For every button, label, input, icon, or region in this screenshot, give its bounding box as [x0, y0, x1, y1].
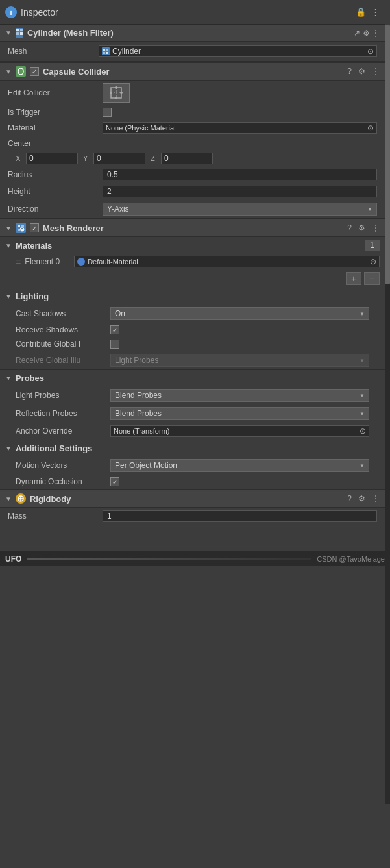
rigidbody-help-icon[interactable]: ?: [347, 494, 352, 503]
center-xyz-row: X Y Z: [0, 151, 385, 166]
rigidbody-chevron[interactable]: ▼: [5, 495, 12, 502]
material-target-icon[interactable]: ⊙: [367, 123, 374, 132]
svg-point-12: [115, 86, 117, 89]
mesh-icon: [102, 47, 110, 55]
meshfilter-settings-icon[interactable]: ⚙: [363, 29, 370, 38]
motion-vectors-dropdown[interactable]: Per Object Motion ▼: [110, 459, 369, 472]
add-material-button[interactable]: +: [346, 272, 361, 285]
svg-rect-6: [103, 52, 105, 54]
mesh-renderer-header: ▼ Mesh Renderer ? ⚙ ⋮: [0, 219, 385, 237]
y-label: Y: [83, 155, 91, 162]
mesh-value-field[interactable]: Cylinder ⊙: [99, 45, 377, 57]
is-trigger-checkbox[interactable]: [103, 108, 112, 117]
motion-vectors-arrow-icon: ▼: [360, 463, 365, 469]
capsule-help-icon[interactable]: ?: [347, 67, 352, 76]
lighting-chevron: ▼: [5, 293, 12, 300]
edit-collider-button[interactable]: [103, 83, 130, 103]
meshrenderer-menu-icon[interactable]: ⋮: [372, 223, 380, 232]
meshfilter-more-icon[interactable]: ↗: [354, 29, 360, 38]
is-trigger-row: Is Trigger: [0, 105, 385, 119]
materials-section-header[interactable]: ▼ Materials 1: [0, 237, 385, 254]
mesh-value-text: Cylinder: [112, 47, 365, 56]
contribute-gi-checkbox[interactable]: [110, 340, 119, 349]
reflection-probes-arrow-icon: ▼: [360, 411, 365, 417]
center-y-input[interactable]: [93, 153, 145, 164]
height-input[interactable]: [103, 186, 377, 197]
rigidbody-actions: ? ⚙ ⋮: [347, 494, 380, 503]
capsule-enabled-checkbox[interactable]: [30, 67, 39, 76]
reflection-probes-dropdown[interactable]: Blend Probes ▼: [110, 407, 369, 420]
meshrenderer-label: Mesh Renderer: [43, 223, 343, 233]
mesh-target-icon[interactable]: ⊙: [367, 47, 374, 56]
material-value: None (Physic Material: [106, 124, 365, 132]
scrollbar[interactable]: [385, 25, 390, 804]
rigidbody-menu-icon[interactable]: ⋮: [372, 494, 380, 503]
lighting-section-header[interactable]: ▼ Lighting: [0, 288, 385, 304]
inspector-panel: i Inspector 🔒 ⋮ ▼ Cylinder (Mesh Filter)…: [0, 0, 390, 566]
remove-material-button[interactable]: −: [364, 272, 380, 285]
center-label-row: Center: [0, 136, 385, 151]
mass-label: Mass: [8, 512, 99, 521]
height-row: Height: [0, 183, 385, 200]
mesh-field-row: Mesh Cylinder ⊙: [0, 42, 385, 62]
dynamic-occlusion-checkbox[interactable]: [110, 477, 119, 486]
direction-row: Direction Y-Axis ▼: [0, 200, 385, 218]
meshrenderer-help-icon[interactable]: ?: [347, 223, 352, 232]
cast-shadows-label: Cast Shadows: [16, 309, 106, 318]
direction-dropdown[interactable]: Y-Axis ▼: [103, 203, 377, 216]
capsule-chevron[interactable]: ▼: [5, 68, 12, 75]
center-z-input[interactable]: [161, 153, 213, 164]
capsule-menu-icon[interactable]: ⋮: [372, 67, 380, 76]
materials-title: Materials: [16, 241, 361, 251]
svg-point-13: [115, 97, 117, 99]
cast-shadows-dropdown[interactable]: On ▼: [110, 307, 369, 320]
receive-gi-value: Light Probes: [115, 356, 158, 365]
probes-chevron: ▼: [5, 375, 12, 382]
light-probes-dropdown[interactable]: Blend Probes ▼: [110, 389, 369, 402]
svg-point-15: [120, 92, 123, 94]
rigidbody-settings-icon[interactable]: ⚙: [358, 494, 365, 503]
anchor-override-target-icon[interactable]: ⊙: [360, 427, 366, 436]
probes-section-header[interactable]: ▼ Probes: [0, 370, 385, 386]
header-icons: 🔒 ⋮: [356, 7, 380, 17]
receive-shadows-row: Receive Shadows: [0, 323, 385, 337]
z-label: Z: [151, 155, 158, 162]
info-icon: i: [5, 6, 17, 18]
center-x-input[interactable]: [26, 153, 78, 164]
material-field[interactable]: None (Physic Material ⊙: [103, 122, 377, 134]
anchor-override-field[interactable]: None (Transform) ⊙: [110, 425, 369, 437]
additional-settings-header[interactable]: ▼ Additional Settings: [0, 440, 385, 456]
receive-gi-row: Receive Global Illu Light Probes ▼: [0, 351, 385, 369]
receive-gi-dropdown[interactable]: Light Probes ▼: [110, 354, 369, 367]
status-bar: UFO CSDN @TavoMelage: [0, 551, 390, 566]
capsule-body: Edit Collider Is Trigger: [0, 81, 385, 218]
drag-handle-icon[interactable]: ≡: [16, 256, 21, 267]
meshfilter-chevron[interactable]: ▼: [5, 29, 12, 36]
lock-icon[interactable]: 🔒: [356, 7, 366, 17]
receive-shadows-checkbox[interactable]: [110, 325, 119, 334]
svg-rect-2: [16, 32, 19, 35]
scrollbar-thumb[interactable]: [385, 25, 390, 284]
edit-collider-row: Edit Collider: [0, 81, 385, 105]
meshrenderer-settings-icon[interactable]: ⚙: [358, 223, 365, 232]
element0-field[interactable]: Default-Material ⊙: [74, 256, 380, 267]
capsule-settings-icon[interactable]: ⚙: [358, 67, 365, 76]
meshfilter-menu-icon[interactable]: ⋮: [372, 29, 380, 38]
anchor-override-row: Anchor Override None (Transform) ⊙: [0, 423, 385, 440]
radius-input[interactable]: [103, 169, 377, 180]
material-row: Material None (Physic Material ⊙: [0, 119, 385, 136]
meshrenderer-enabled-checkbox[interactable]: [30, 223, 39, 232]
svg-rect-7: [106, 52, 108, 54]
rigidbody-header: ▼ Rigidbody ? ⚙ ⋮: [0, 490, 385, 508]
svg-rect-5: [106, 49, 108, 51]
element0-target-icon[interactable]: ⊙: [370, 257, 376, 266]
svg-rect-17: [21, 225, 24, 227]
additional-chevron: ▼: [5, 445, 12, 452]
contribute-gi-row: Contribute Global I: [0, 337, 385, 351]
capsule-actions: ? ⚙ ⋮: [347, 67, 380, 76]
meshfilter-icon: [16, 28, 23, 38]
more-menu-icon[interactable]: ⋮: [371, 7, 380, 17]
mass-input[interactable]: [103, 510, 377, 522]
light-probes-row: Light Probes Blend Probes ▼: [0, 386, 385, 404]
meshrenderer-chevron[interactable]: ▼: [5, 225, 12, 232]
